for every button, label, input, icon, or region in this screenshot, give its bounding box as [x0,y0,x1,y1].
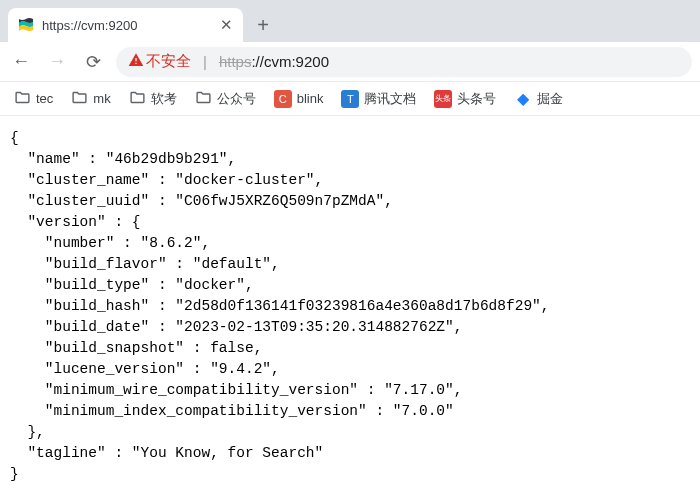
address-bar[interactable]: 不安全 | https://cvm:9200 [116,47,692,77]
bookmark-label: mk [93,91,110,106]
bookmark-item[interactable]: 公众号 [189,86,262,112]
tab-title: https://cvm:9200 [42,18,212,33]
bookmark-label: 公众号 [217,90,256,108]
bookmark-item[interactable]: tec [8,86,59,112]
back-button[interactable]: ← [8,51,34,72]
bookmark-item[interactable]: ◆掘金 [508,87,569,111]
not-secure-label: 不安全 [146,52,191,71]
bookmark-favicon: ◆ [514,90,532,108]
url-text: https://cvm:9200 [219,53,329,70]
elastic-favicon [18,17,34,33]
folder-icon [195,89,212,109]
tab-strip: https://cvm:9200 ✕ + [0,0,700,42]
bookmark-label: 软考 [151,90,177,108]
folder-icon [129,89,146,109]
bookmark-item[interactable]: Cblink [268,87,330,111]
close-icon[interactable]: ✕ [220,16,233,34]
bookmark-item[interactable]: 头条头条号 [428,87,502,111]
url-host: //cvm:9200 [256,53,329,70]
url-scheme: https [219,53,252,70]
bookmark-label: 掘金 [537,90,563,108]
bookmark-label: blink [297,91,324,106]
bookmark-item[interactable]: mk [65,86,116,112]
bookmark-favicon: T [341,90,359,108]
response-body: { "name" : "46b29db9b291", "cluster_name… [0,116,700,497]
bookmark-label: 头条号 [457,90,496,108]
new-tab-button[interactable]: + [249,11,277,39]
reload-button[interactable]: ⟳ [80,51,106,73]
toolbar: ← → ⟳ 不安全 | https://cvm:9200 [0,42,700,82]
bookmark-favicon: C [274,90,292,108]
bookmark-item[interactable]: 软考 [123,86,183,112]
separator: | [203,53,207,70]
bookmark-favicon: 头条 [434,90,452,108]
forward-button[interactable]: → [44,51,70,72]
warning-icon [128,52,144,71]
browser-tab[interactable]: https://cvm:9200 ✕ [8,8,243,42]
folder-icon [14,89,31,109]
bookmark-item[interactable]: T腾讯文档 [335,87,422,111]
not-secure-warning[interactable]: 不安全 [128,52,191,71]
bookmarks-bar: tecmk软考公众号CblinkT腾讯文档头条头条号◆掘金 [0,82,700,116]
bookmark-label: 腾讯文档 [364,90,416,108]
bookmark-label: tec [36,91,53,106]
folder-icon [71,89,88,109]
